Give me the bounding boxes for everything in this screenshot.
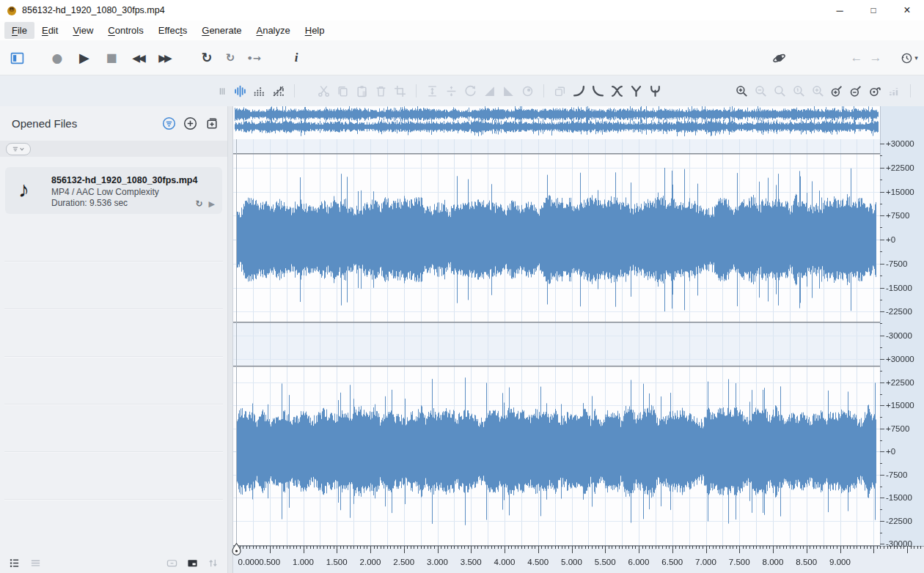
history-button[interactable]: ▾	[896, 40, 923, 75]
maximize-button[interactable]: □	[857, 0, 890, 21]
menu-item-effects[interactable]: Effects	[151, 22, 195, 39]
amplitude-tick-label: -30000	[886, 538, 912, 550]
menu-item-analyze[interactable]: Analyze	[249, 22, 297, 39]
copy-icon[interactable]	[337, 85, 349, 97]
split-channels-icon[interactable]	[630, 85, 642, 97]
merge-channels-icon[interactable]	[649, 85, 661, 97]
amplitude-tick-label: +7500	[886, 423, 909, 435]
skip-back-button[interactable]: ◀◀	[127, 40, 149, 75]
cut-icon[interactable]	[318, 85, 330, 97]
curve-fade-out-icon[interactable]	[592, 85, 604, 97]
time-tick-label: 1.000	[285, 556, 323, 568]
add-file-button-icon[interactable]	[183, 117, 197, 130]
zoom-in-icon[interactable]	[736, 85, 748, 97]
time-tick-label: 5.000	[553, 556, 591, 568]
sidebar-splitter[interactable]	[227, 106, 233, 573]
duplicate-icon[interactable]	[554, 85, 566, 97]
list-view-icon[interactable]	[9, 558, 20, 569]
minimized-view-icon[interactable]	[166, 558, 177, 569]
time-tick-label: 2.000	[351, 556, 389, 568]
file-play-icon[interactable]: ▶	[209, 199, 215, 209]
close-button[interactable]: ×	[890, 0, 924, 21]
file-list-row-separator	[4, 451, 223, 452]
menu-item-edit[interactable]: Edit	[34, 22, 65, 39]
filter-dropdown-button[interactable]	[6, 143, 31, 155]
filter-chevron-icon	[12, 146, 25, 152]
vertical-zoom-in-icon[interactable]	[831, 85, 843, 97]
reverse-icon[interactable]	[464, 85, 477, 97]
edit-toolbar	[0, 75, 924, 106]
vertical-zoom-out-icon[interactable]	[850, 85, 862, 97]
trim-icon[interactable]	[394, 85, 406, 97]
file-name: 856132-hd_1920_1080_30fps.mp4	[51, 175, 197, 185]
spectrogram-view-button-icon[interactable]	[253, 85, 265, 97]
info-icon: i	[295, 51, 298, 65]
loop-selection-button[interactable]: ↻	[220, 40, 241, 75]
amplitude-tick-label: -22500	[886, 306, 912, 317]
zoom-out-icon[interactable]	[755, 85, 767, 97]
toolbar-drag-handle-icon[interactable]	[217, 85, 227, 97]
sort-files-icon[interactable]	[208, 558, 219, 569]
menu-item-generate[interactable]: Generate	[194, 22, 249, 39]
time-tick-label: 1.500	[318, 556, 356, 568]
menu-item-file[interactable]: File	[4, 22, 34, 39]
time-tick-label: 8.500	[788, 556, 826, 568]
play-button[interactable]: ▶	[74, 40, 95, 75]
filter-files-button-icon[interactable]	[162, 117, 176, 130]
normalize-icon[interactable]	[445, 85, 458, 97]
playhead-marker[interactable]	[232, 543, 241, 557]
time-tick-label: 2.500	[385, 556, 423, 568]
window-title: 856132-hd_1920_1080_30fps.mp4	[22, 5, 165, 15]
menu-item-view[interactable]: View	[65, 22, 100, 39]
file-list-row-separator	[4, 261, 223, 262]
navigate-back-button[interactable]: ←	[847, 40, 866, 75]
effect-icon[interactable]	[521, 85, 534, 97]
level-meter-icon[interactable]	[888, 85, 901, 97]
vertical-zoom-reset-icon[interactable]	[869, 85, 881, 97]
monitor-button[interactable]	[769, 40, 789, 75]
file-list-row-separator	[4, 404, 223, 404]
curve-fade-in-icon[interactable]	[573, 85, 585, 97]
add-group-button-icon[interactable]	[205, 117, 219, 130]
combined-view-button-icon[interactable]	[272, 85, 285, 97]
record-button[interactable]: ●	[47, 40, 67, 75]
time-tick-label: 6.500	[653, 556, 692, 568]
play-selection-button[interactable]: •→	[243, 40, 264, 75]
info-button[interactable]: i	[287, 40, 305, 75]
thumbnail-view-icon[interactable]	[187, 558, 198, 569]
sidebar-toggle-button[interactable]	[6, 40, 28, 75]
crossfade-icon[interactable]	[611, 85, 623, 97]
delete-icon[interactable]	[375, 85, 387, 97]
compact-view-icon[interactable]	[30, 558, 41, 569]
navigate-forward-button[interactable]: →	[866, 40, 885, 75]
file-list-row-separator	[4, 499, 223, 500]
file-format: MP4 / AAC Low Complexity	[51, 187, 159, 197]
toolbar-separator	[294, 84, 295, 97]
fade-out-icon[interactable]	[502, 85, 515, 97]
minimize-button[interactable]: ─	[823, 0, 857, 21]
loop-button[interactable]: ↻	[197, 40, 217, 75]
waveform-view-button-icon[interactable]	[234, 85, 246, 97]
zoom-fit-icon[interactable]	[812, 85, 824, 97]
back-arrow-icon: ←	[851, 51, 863, 65]
time-tick-label: 4.000	[485, 556, 524, 568]
toolbar-separator	[416, 84, 417, 97]
zoom-selection-icon[interactable]	[774, 85, 786, 97]
file-loop-icon[interactable]: ↻	[195, 199, 202, 209]
amplitude-tick-label: +7500	[886, 210, 909, 221]
file-list-item[interactable]: ♪ 856132-hd_1920_1080_30fps.mp4 MP4 / AA…	[5, 167, 222, 214]
waveform-canvas[interactable]	[233, 106, 924, 573]
skip-forward-button[interactable]: ▶▶	[153, 40, 175, 75]
menu-item-help[interactable]: Help	[298, 22, 332, 39]
time-tick-label: 8.000	[754, 556, 792, 568]
amplify-icon[interactable]	[426, 85, 439, 97]
menu-item-controls[interactable]: Controls	[100, 22, 150, 39]
fade-in-icon[interactable]	[483, 85, 496, 97]
amplitude-tick-label: +0	[886, 446, 895, 457]
stop-button[interactable]: ■	[101, 40, 122, 75]
paste-icon[interactable]	[356, 85, 368, 97]
sidebar-header: Opened Files	[0, 106, 227, 141]
toolbar-separator	[910, 84, 911, 97]
zoom-one-to-one-icon[interactable]	[793, 85, 805, 97]
menu-bar: FileEditViewControlsEffectsGenerateAnaly…	[0, 21, 924, 40]
